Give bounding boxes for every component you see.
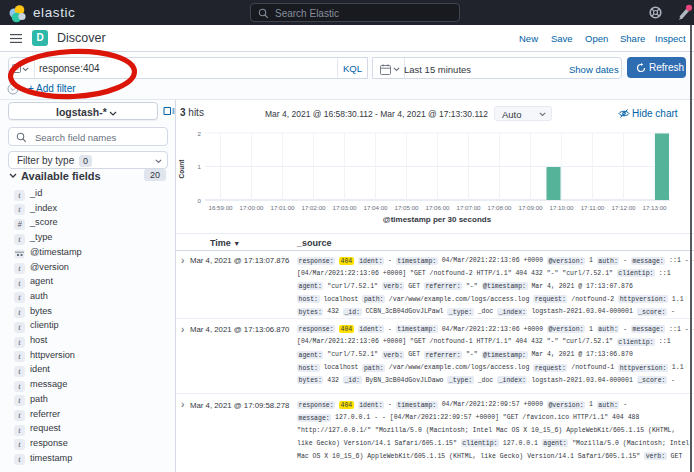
svg-text:2: 2 xyxy=(198,130,202,137)
svg-text:17:05:00: 17:05:00 xyxy=(394,204,419,211)
svg-text:17:02:00: 17:02:00 xyxy=(301,204,326,211)
svg-text:Count: Count xyxy=(178,159,185,179)
svg-text:17:12:00: 17:12:00 xyxy=(611,204,636,211)
svg-text:17:07:00: 17:07:00 xyxy=(456,204,481,211)
svg-text:17:06:00: 17:06:00 xyxy=(425,204,450,211)
svg-text:17:09:00: 17:09:00 xyxy=(518,204,543,211)
svg-text:@timestamp per 30 seconds: @timestamp per 30 seconds xyxy=(383,215,492,224)
svg-text:17:01:00: 17:01:00 xyxy=(270,204,295,211)
svg-text:0: 0 xyxy=(198,197,202,204)
svg-text:17:04:00: 17:04:00 xyxy=(363,204,388,211)
svg-text:16:59:00: 16:59:00 xyxy=(208,204,233,211)
svg-text:17:03:00: 17:03:00 xyxy=(332,204,357,211)
svg-text:1: 1 xyxy=(198,163,202,170)
svg-text:17:13:00: 17:13:00 xyxy=(642,204,667,211)
svg-text:17:00:00: 17:00:00 xyxy=(239,204,264,211)
svg-text:17:10:00: 17:10:00 xyxy=(549,204,574,211)
svg-text:17:08:00: 17:08:00 xyxy=(487,204,512,211)
svg-text:17:11:00: 17:11:00 xyxy=(581,204,605,211)
